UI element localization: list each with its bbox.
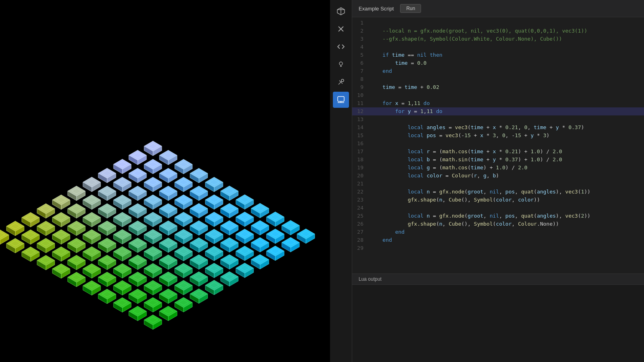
line-content bbox=[368, 91, 373, 99]
svg-rect-11 bbox=[338, 97, 344, 101]
code-line: 9 time = time + 0.02 bbox=[352, 83, 644, 91]
line-content: --local n = gfx.node(groot, nil, vec3(0)… bbox=[368, 27, 587, 35]
code-line: 15 local pos = vec3(-15 + x * 3, 0, -15 … bbox=[352, 132, 644, 140]
line-content: local angles = vec3(time + x * 0.21, 0, … bbox=[368, 123, 584, 132]
svg-point-5 bbox=[339, 62, 343, 65]
lightbulb-icon[interactable] bbox=[333, 56, 349, 72]
line-content: --gfx.shape(n, Symbol(Colour.White, Colo… bbox=[368, 35, 562, 43]
line-number: 29 bbox=[352, 244, 368, 252]
line-number: 19 bbox=[352, 164, 368, 172]
line-number: 21 bbox=[352, 180, 368, 188]
line-number: 2 bbox=[352, 27, 368, 35]
code-line: 20 local color = Colour(r, g, b) bbox=[352, 172, 644, 180]
line-content: for x = 1,11 do bbox=[368, 99, 430, 107]
line-number: 20 bbox=[352, 172, 368, 180]
code-line: 25 local n = gfx.node(groot, nil, pos, q… bbox=[352, 212, 644, 220]
line-number: 15 bbox=[352, 132, 368, 140]
line-number: 26 bbox=[352, 220, 368, 228]
code-line: 17 local r = (math.cos(time + x * 0.21) … bbox=[352, 148, 644, 156]
code-line: 5 if time == nil then bbox=[352, 51, 644, 59]
line-content: gfx.shape(n, Cube(), Symbol(color, Colou… bbox=[368, 220, 559, 228]
code-title: Example Script bbox=[359, 6, 394, 12]
code-line: 3 --gfx.shape(n, Symbol(Colour.White, Co… bbox=[352, 35, 644, 43]
code-line: 8 bbox=[352, 75, 644, 83]
line-number: 7 bbox=[352, 67, 368, 75]
line-number: 1 bbox=[352, 19, 368, 27]
code-line: 14 local angles = vec3(time + x * 0.21, … bbox=[352, 123, 644, 132]
code-line: 22 local n = gfx.node(groot, nil, pos, q… bbox=[352, 188, 644, 196]
line-content: if time == nil then bbox=[368, 51, 442, 59]
line-number: 27 bbox=[352, 228, 368, 236]
line-number: 5 bbox=[352, 51, 368, 59]
line-number: 14 bbox=[352, 123, 368, 132]
lua-output-panel: Lua output bbox=[352, 274, 644, 362]
line-content: local pos = vec3(-15 + x * 3, 0, -15 + y… bbox=[368, 132, 549, 140]
code-line: 11 for x = 1,11 do bbox=[352, 99, 644, 107]
line-number: 3 bbox=[352, 35, 368, 43]
line-content: for y = 1,11 do bbox=[368, 107, 442, 115]
line-content: local color = Colour(r, g, b) bbox=[368, 172, 499, 180]
code-line: 26 gfx.shape(n, Cube(), Symbol(color, Co… bbox=[352, 220, 644, 228]
lua-output-content bbox=[352, 285, 644, 362]
line-content: local g = (math.cos(time) + 1.0) / 2.0 bbox=[368, 164, 527, 172]
tools-icon[interactable] bbox=[333, 74, 349, 90]
code-line: 29 bbox=[352, 244, 644, 252]
code-icon[interactable] bbox=[333, 39, 349, 55]
code-line: 21 bbox=[352, 180, 644, 188]
line-content bbox=[368, 115, 373, 123]
line-number: 23 bbox=[352, 196, 368, 204]
line-number: 10 bbox=[352, 91, 368, 99]
code-panel: Example Script Run 1 2 --local n = gfx.n… bbox=[352, 0, 644, 362]
code-line: 13 bbox=[352, 115, 644, 123]
line-content: end bbox=[368, 236, 392, 244]
svg-line-8 bbox=[339, 81, 342, 84]
close-icon[interactable] bbox=[333, 21, 349, 37]
lua-output-header: Lua output bbox=[352, 274, 644, 285]
line-content: time = time + 0.02 bbox=[368, 83, 439, 91]
code-line: 4 bbox=[352, 43, 644, 51]
line-content: local n = gfx.node(groot, nil, pos, quat… bbox=[368, 188, 590, 196]
line-number: 11 bbox=[352, 99, 368, 107]
code-line: 19 local g = (math.cos(time) + 1.0) / 2.… bbox=[352, 164, 644, 172]
line-number: 8 bbox=[352, 75, 368, 83]
person-icon[interactable] bbox=[333, 92, 349, 108]
code-line: 7 end bbox=[352, 67, 644, 75]
line-number: 4 bbox=[352, 43, 368, 51]
cube-canvas bbox=[0, 0, 330, 362]
line-content: end bbox=[368, 67, 392, 75]
line-content: end bbox=[368, 228, 405, 236]
line-number: 12 bbox=[352, 107, 368, 115]
code-line: 2 --local n = gfx.node(groot, nil, vec3(… bbox=[352, 27, 644, 35]
code-editor[interactable]: 1 2 --local n = gfx.node(groot, nil, vec… bbox=[352, 17, 644, 274]
line-number: 16 bbox=[352, 140, 368, 148]
line-content bbox=[368, 204, 373, 212]
sidebar bbox=[330, 0, 352, 362]
line-number: 9 bbox=[352, 83, 368, 91]
cube-icon[interactable] bbox=[333, 3, 349, 19]
svg-point-9 bbox=[341, 79, 344, 82]
code-line: 24 bbox=[352, 204, 644, 212]
line-content: time = 0.0 bbox=[368, 59, 427, 67]
code-line: 10 bbox=[352, 91, 644, 99]
line-content bbox=[368, 43, 373, 51]
line-content bbox=[368, 75, 373, 83]
line-content bbox=[368, 140, 373, 148]
code-line: 16 bbox=[352, 140, 644, 148]
line-content: local n = gfx.node(groot, nil, pos, quat… bbox=[368, 212, 590, 220]
line-content: local b = (math.sin(time + y * 0.37) + 1… bbox=[368, 156, 562, 164]
line-content: gfx.shape(n, Cube(), Symbol(color, color… bbox=[368, 196, 540, 204]
code-line: 6 time = 0.0 bbox=[352, 59, 644, 67]
line-number: 6 bbox=[352, 59, 368, 67]
code-line: 18 local b = (math.sin(time + y * 0.37) … bbox=[352, 156, 644, 164]
line-content: local r = (math.cos(time + x * 0.21) + 1… bbox=[368, 148, 562, 156]
code-line: 23 gfx.shape(n, Cube(), Symbol(color, co… bbox=[352, 196, 644, 204]
line-number: 17 bbox=[352, 148, 368, 156]
code-header: Example Script Run bbox=[352, 0, 644, 17]
code-line: 27 end bbox=[352, 228, 644, 236]
run-button[interactable]: Run bbox=[400, 4, 421, 13]
code-line: 12 for y = 1,11 do bbox=[352, 107, 644, 115]
line-content bbox=[368, 244, 373, 252]
line-number: 13 bbox=[352, 115, 368, 123]
viewport bbox=[0, 0, 330, 362]
line-number: 18 bbox=[352, 156, 368, 164]
